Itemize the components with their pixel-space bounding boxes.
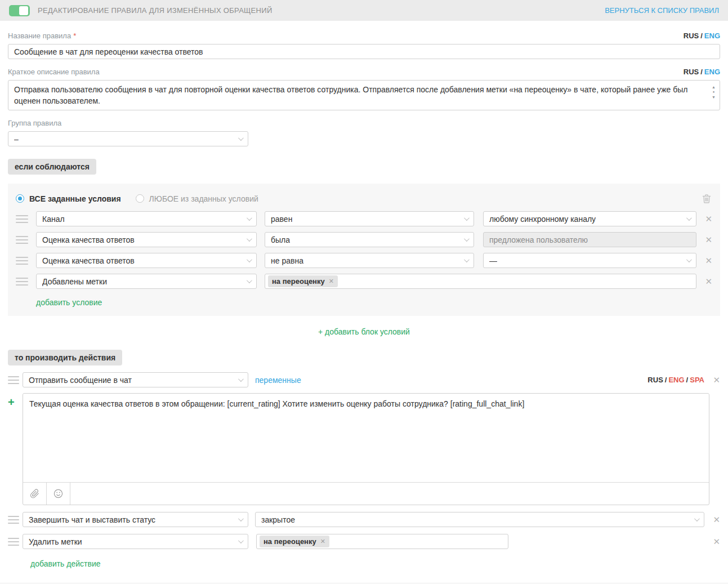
add-message-variant-icon[interactable]: + — [8, 393, 23, 409]
variables-link[interactable]: переменные — [255, 376, 301, 385]
message-compose-box: Текущая оценка качества ответов в этом о… — [23, 393, 709, 505]
action-type-select[interactable]: Отправить сообщение в чат — [23, 372, 248, 387]
action-row-close-chat: Завершить чат и выставить статус закрыто… — [8, 512, 720, 527]
match-any-radio[interactable]: ЛЮБОЕ из заданных условий — [136, 194, 258, 203]
tag-remove-icon[interactable]: ✕ — [329, 278, 334, 285]
match-all-radio[interactable]: ВСЕ заданные условия — [16, 194, 121, 203]
chevron-down-icon — [247, 215, 252, 221]
lang-rus-tab[interactable]: RUS — [684, 32, 699, 40]
paperclip-icon — [29, 488, 40, 499]
header-bar: РЕДАКТИРОВАНИЕ ПРАВИЛА ДЛЯ ИЗМЕНЁННЫХ ОБ… — [0, 0, 728, 21]
add-action-link[interactable]: добавить действие — [30, 559, 101, 568]
rule-group-select[interactable]: – — [8, 131, 248, 146]
drag-handle-icon[interactable] — [16, 234, 28, 246]
remove-condition-icon[interactable]: ✕ — [699, 235, 712, 244]
lang-spa-tab[interactable]: SPA — [690, 376, 704, 384]
back-to-rules-link[interactable]: ВЕРНУТЬСЯ К СПИСКУ ПРАВИЛ — [605, 6, 719, 15]
toggle-knob-icon — [19, 6, 28, 15]
remove-condition-icon[interactable]: ✕ — [699, 277, 712, 286]
lang-rus-tab[interactable]: RUS — [684, 68, 699, 76]
chevron-down-icon — [686, 215, 692, 221]
rule-enabled-toggle[interactable] — [9, 5, 30, 16]
chevron-down-icon — [247, 278, 252, 283]
conditions-badge: если соблюдаются — [8, 159, 96, 175]
page-title: РЕДАКТИРОВАНИЕ ПРАВИЛА ДЛЯ ИЗМЕНЁННЫХ ОБ… — [38, 6, 273, 15]
chevron-down-icon — [694, 516, 700, 521]
emoji-button[interactable] — [47, 483, 70, 505]
message-compose-row: + Текущая оценка качества ответов в этом… — [8, 393, 720, 505]
remove-action-icon[interactable]: ✕ — [707, 537, 720, 546]
drag-handle-icon[interactable] — [16, 275, 28, 288]
group-select-value: – — [14, 135, 19, 144]
remove-action-icon[interactable]: ✕ — [707, 515, 720, 524]
lang-separator: / — [665, 376, 667, 384]
scroll-down-icon[interactable]: ▼ — [712, 95, 716, 100]
chevron-down-icon — [464, 215, 470, 221]
drag-handle-icon[interactable] — [16, 213, 28, 225]
tag-chip-label: на переоценку — [263, 537, 316, 546]
lang-rus-tab[interactable]: RUS — [647, 376, 663, 384]
remove-condition-icon[interactable]: ✕ — [699, 215, 712, 223]
add-conditions-block-link[interactable]: + добавить блок условий — [8, 327, 720, 336]
condition-operator-select[interactable]: не равна — [265, 253, 474, 268]
match-any-label: ЛЮБОЕ из заданных условий — [149, 194, 258, 203]
drag-handle-icon[interactable] — [8, 536, 19, 548]
rule-name-input[interactable] — [8, 44, 720, 59]
actions-badge: то производить действия — [8, 350, 122, 365]
chevron-down-icon — [686, 257, 692, 262]
scroll-up-icon[interactable]: ▲ — [712, 84, 716, 90]
condition-value-select[interactable]: любому синхронному каналу — [483, 211, 696, 226]
condition-tags-field[interactable]: на переоценку ✕ — [265, 274, 696, 289]
lang-separator: / — [700, 68, 703, 76]
required-asterisk: * — [73, 32, 76, 40]
drag-handle-icon[interactable] — [8, 374, 19, 386]
description-label-row: Краткое описание правила RUS/ENG — [8, 67, 720, 76]
condition-operator-select[interactable]: была — [265, 232, 474, 247]
scroll-thumb-icon[interactable]: ● — [713, 90, 715, 95]
condition-value-select[interactable]: — — [483, 253, 696, 268]
remove-condition-icon[interactable]: ✕ — [699, 256, 712, 265]
chevron-down-icon — [247, 236, 252, 242]
action-tags-field[interactable]: на переоценку ✕ — [256, 534, 508, 549]
lang-separator: / — [686, 376, 689, 384]
condition-field-select[interactable]: Оценка качества ответов — [36, 253, 257, 268]
message-input[interactable]: Текущая оценка качества ответов в этом о… — [23, 394, 709, 482]
condition-value-disabled: предложена пользователю — [483, 232, 696, 247]
action-status-select[interactable]: закрытое — [255, 512, 704, 527]
lang-eng-tab[interactable]: ENG — [704, 32, 720, 40]
condition-row: Канал равен любому синхронному каналу ✕ — [16, 211, 712, 226]
action-type-select[interactable]: Завершить чат и выставить статус — [23, 512, 248, 527]
trash-icon — [701, 193, 712, 204]
condition-field-select[interactable]: Канал — [36, 211, 257, 226]
rule-description-input[interactable]: Отправка пользователю сообщения в чат дл… — [14, 84, 704, 106]
lang-eng-tab[interactable]: ENG — [668, 376, 684, 384]
tag-chip-label: на переоценку — [272, 277, 325, 286]
action-row-send-message: Отправить сообщение в чат переменные RUS… — [8, 372, 720, 387]
drag-handle-icon[interactable] — [16, 255, 28, 267]
tag-remove-icon[interactable]: ✕ — [320, 538, 325, 545]
condition-field-select[interactable]: Добавлены метки — [36, 274, 257, 289]
radio-selected-icon — [16, 194, 24, 203]
lang-eng-tab[interactable]: ENG — [704, 68, 720, 76]
chevron-down-icon — [238, 376, 244, 382]
condition-row: Добавлены метки на переоценку ✕ ✕ — [16, 274, 712, 289]
action-row-remove-tags: Удалить метки на переоценку ✕ ✕ — [8, 534, 720, 549]
chevron-down-icon — [238, 516, 244, 521]
group-label: Группа правила — [8, 119, 61, 127]
smiley-icon — [53, 488, 64, 499]
delete-conditions-block-button[interactable] — [701, 193, 712, 204]
drag-handle-icon[interactable] — [8, 514, 19, 526]
chevron-down-icon — [247, 257, 252, 262]
action-type-select[interactable]: Удалить метки — [23, 534, 248, 549]
textarea-scrollbar[interactable]: ▲ ● ▼ — [712, 84, 716, 100]
tag-chip: на переоценку ✕ — [260, 536, 329, 547]
condition-field-select[interactable]: Оценка качества ответов — [36, 232, 257, 247]
description-lang-switcher: RUS/ENG — [684, 68, 720, 76]
condition-operator-select[interactable]: равен — [265, 211, 474, 226]
attach-file-button[interactable] — [23, 483, 47, 505]
description-label: Краткое описание правила — [8, 68, 100, 76]
condition-row: Оценка качества ответов не равна — ✕ — [16, 253, 712, 268]
remove-action-icon[interactable]: ✕ — [707, 376, 720, 384]
add-condition-link[interactable]: добавить условие — [36, 298, 102, 307]
rule-editor-page: РЕДАКТИРОВАНИЕ ПРАВИЛА ДЛЯ ИЗМЕНЁННЫХ ОБ… — [0, 0, 728, 584]
